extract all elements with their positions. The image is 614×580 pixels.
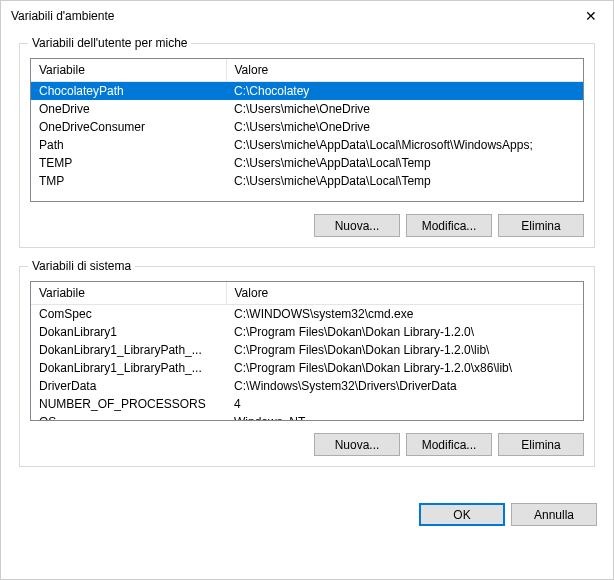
cell-value: C:\Users\miche\AppData\Local\Temp	[226, 154, 583, 172]
cell-variable: OneDrive	[31, 100, 226, 118]
cell-value: C:\Users\miche\OneDrive	[226, 118, 583, 136]
system-variables-table: Variabile Valore ComSpecC:\WINDOWS\syste…	[31, 282, 583, 421]
cell-variable: ComSpec	[31, 305, 226, 324]
user-group-label: Variabili dell'utente per miche	[28, 36, 191, 50]
table-row[interactable]: DokanLibrary1C:\Program Files\Dokan\Doka…	[31, 323, 583, 341]
table-row[interactable]: OSWindows_NT	[31, 413, 583, 421]
system-variables-table-wrap[interactable]: Variabile Valore ComSpecC:\WINDOWS\syste…	[30, 281, 584, 421]
system-buttons-row: Nuova... Modifica... Elimina	[30, 433, 584, 456]
cell-value: C:\Users\miche\OneDrive	[226, 100, 583, 118]
cell-value: C:\Chocolatey	[226, 82, 583, 101]
cell-value: C:\WINDOWS\system32\cmd.exe	[226, 305, 583, 324]
cell-variable: OneDriveConsumer	[31, 118, 226, 136]
cell-value: C:\Program Files\Dokan\Dokan Library-1.2…	[226, 341, 583, 359]
close-button[interactable]: ✕	[568, 1, 613, 31]
cell-variable: DokanLibrary1_LibraryPath_...	[31, 359, 226, 377]
user-variables-table-wrap[interactable]: Variabile Valore ChocolateyPathC:\Chocol…	[30, 58, 584, 202]
table-row[interactable]: ChocolateyPathC:\Chocolatey	[31, 82, 583, 101]
table-row[interactable]: TMPC:\Users\miche\AppData\Local\Temp	[31, 172, 583, 190]
system-delete-button[interactable]: Elimina	[498, 433, 584, 456]
cell-value: 4	[226, 395, 583, 413]
table-row[interactable]: PathC:\Users\miche\AppData\Local\Microso…	[31, 136, 583, 154]
table-row[interactable]: OneDriveConsumerC:\Users\miche\OneDrive	[31, 118, 583, 136]
cell-value: Windows_NT	[226, 413, 583, 421]
cell-value: C:\Users\miche\AppData\Local\Temp	[226, 172, 583, 190]
system-edit-button[interactable]: Modifica...	[406, 433, 492, 456]
system-group-label: Variabili di sistema	[28, 259, 135, 273]
table-row[interactable]: ComSpecC:\WINDOWS\system32\cmd.exe	[31, 305, 583, 324]
cell-variable: DokanLibrary1	[31, 323, 226, 341]
dialog-content: Variabili dell'utente per miche Variabil…	[1, 31, 613, 495]
table-row[interactable]: OneDriveC:\Users\miche\OneDrive	[31, 100, 583, 118]
titlebar: Variabili d'ambiente ✕	[1, 1, 613, 31]
cell-variable: NUMBER_OF_PROCESSORS	[31, 395, 226, 413]
column-header-value[interactable]: Valore	[226, 59, 583, 82]
cell-value: C:\Windows\System32\Drivers\DriverData	[226, 377, 583, 395]
cell-variable: OS	[31, 413, 226, 421]
user-variables-group: Variabili dell'utente per miche Variabil…	[19, 43, 595, 248]
user-variables-table: Variabile Valore ChocolateyPathC:\Chocol…	[31, 59, 583, 190]
table-row[interactable]: DokanLibrary1_LibraryPath_...C:\Program …	[31, 359, 583, 377]
cell-variable: Path	[31, 136, 226, 154]
cancel-button[interactable]: Annulla	[511, 503, 597, 526]
cell-variable: DriverData	[31, 377, 226, 395]
user-new-button[interactable]: Nuova...	[314, 214, 400, 237]
cell-variable: ChocolateyPath	[31, 82, 226, 101]
ok-button[interactable]: OK	[419, 503, 505, 526]
column-header-variable[interactable]: Variabile	[31, 59, 226, 82]
cell-value: C:\Users\miche\AppData\Local\Microsoft\W…	[226, 136, 583, 154]
column-header-value[interactable]: Valore	[226, 282, 583, 305]
table-header-row: Variabile Valore	[31, 59, 583, 82]
cell-variable: TEMP	[31, 154, 226, 172]
cell-value: C:\Program Files\Dokan\Dokan Library-1.2…	[226, 359, 583, 377]
user-edit-button[interactable]: Modifica...	[406, 214, 492, 237]
table-row[interactable]: NUMBER_OF_PROCESSORS4	[31, 395, 583, 413]
table-row[interactable]: DriverDataC:\Windows\System32\Drivers\Dr…	[31, 377, 583, 395]
cell-variable: DokanLibrary1_LibraryPath_...	[31, 341, 226, 359]
user-buttons-row: Nuova... Modifica... Elimina	[30, 214, 584, 237]
table-row[interactable]: DokanLibrary1_LibraryPath_...C:\Program …	[31, 341, 583, 359]
table-header-row: Variabile Valore	[31, 282, 583, 305]
cell-value: C:\Program Files\Dokan\Dokan Library-1.2…	[226, 323, 583, 341]
user-delete-button[interactable]: Elimina	[498, 214, 584, 237]
dialog-buttons: OK Annulla	[1, 495, 613, 538]
close-icon: ✕	[585, 8, 597, 24]
system-new-button[interactable]: Nuova...	[314, 433, 400, 456]
cell-variable: TMP	[31, 172, 226, 190]
system-variables-group: Variabili di sistema Variabile Valore Co…	[19, 266, 595, 467]
window-title: Variabili d'ambiente	[11, 9, 568, 23]
column-header-variable[interactable]: Variabile	[31, 282, 226, 305]
table-row[interactable]: TEMPC:\Users\miche\AppData\Local\Temp	[31, 154, 583, 172]
